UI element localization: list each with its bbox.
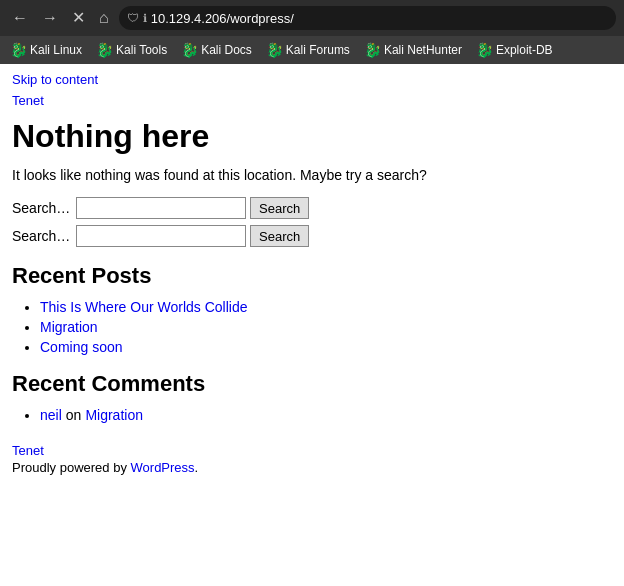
search-button-1[interactable]: Search (250, 197, 309, 219)
bookmark-kali-linux-label: Kali Linux (30, 43, 82, 57)
bookmark-kali-forums-label: Kali Forums (286, 43, 350, 57)
bookmark-exploit-db-label: Exploit-DB (496, 43, 553, 57)
footer-dot: . (195, 460, 199, 475)
bookmark-kali-nethunter-label: Kali NetHunter (384, 43, 462, 57)
url-text: 10.129.4.206/wordpress/ (151, 11, 608, 26)
comment-on-text: on (66, 407, 82, 423)
exploit-db-icon: 🐉 (476, 42, 493, 58)
back-button[interactable]: ← (8, 8, 32, 28)
comment-item-0: neil on Migration (40, 407, 612, 423)
bookmark-kali-tools-label: Kali Tools (116, 43, 167, 57)
bookmark-kali-docs-label: Kali Docs (201, 43, 252, 57)
list-item: Migration (40, 319, 612, 335)
kali-nethunter-icon: 🐉 (364, 42, 381, 58)
info-icon: ℹ (143, 12, 147, 25)
forward-button[interactable]: → (38, 8, 62, 28)
list-item: neil on Migration (40, 407, 612, 423)
home-button[interactable]: ⌂ (95, 8, 113, 28)
search-row-2: Search… Search (12, 225, 612, 247)
site-title-link[interactable]: Tenet (12, 93, 612, 108)
comment-author-link[interactable]: neil (40, 407, 62, 423)
post-link-0[interactable]: This Is Where Our Worlds Collide (40, 299, 247, 315)
search-label-2: Search… (12, 228, 72, 244)
list-item: Coming soon (40, 339, 612, 355)
browser-toolbar: ← → ✕ ⌂ 🛡 ℹ 10.129.4.206/wordpress/ (0, 0, 624, 36)
kali-forums-icon: 🐉 (266, 42, 283, 58)
recent-posts-heading: Recent Posts (12, 263, 612, 289)
bookmark-kali-forums[interactable]: 🐉 Kali Forums (260, 40, 356, 60)
description-text: It looks like nothing was found at this … (12, 167, 612, 183)
footer-site-title-link[interactable]: Tenet (12, 443, 612, 458)
kali-tools-icon: 🐉 (96, 42, 113, 58)
footer-powered-text: Proudly powered by WordPress. (12, 460, 612, 475)
wordpress-link[interactable]: WordPress (131, 460, 195, 475)
recent-comments-list: neil on Migration (12, 407, 612, 423)
search-row-1: Search… Search (12, 197, 612, 219)
recent-comments-heading: Recent Comments (12, 371, 612, 397)
bookmark-kali-tools[interactable]: 🐉 Kali Tools (90, 40, 173, 60)
skip-to-content-link[interactable]: Skip to content (12, 72, 612, 87)
shield-icon: 🛡 (127, 11, 139, 25)
search-input-1[interactable] (76, 197, 246, 219)
footer-powered-by-label: Proudly powered by (12, 460, 127, 475)
kali-linux-icon: 🐉 (10, 42, 27, 58)
bookmark-exploit-db[interactable]: 🐉 Exploit-DB (470, 40, 559, 60)
page-content: Skip to content Tenet Nothing here It lo… (0, 64, 624, 491)
bookmark-kali-docs[interactable]: 🐉 Kali Docs (175, 40, 258, 60)
bookmarks-bar: 🐉 Kali Linux 🐉 Kali Tools 🐉 Kali Docs 🐉 … (0, 36, 624, 64)
list-item: This Is Where Our Worlds Collide (40, 299, 612, 315)
bookmark-kali-nethunter[interactable]: 🐉 Kali NetHunter (358, 40, 468, 60)
close-button[interactable]: ✕ (68, 8, 89, 28)
post-link-1[interactable]: Migration (40, 319, 98, 335)
comment-post-link[interactable]: Migration (85, 407, 143, 423)
kali-docs-icon: 🐉 (181, 42, 198, 58)
address-bar[interactable]: 🛡 ℹ 10.129.4.206/wordpress/ (119, 6, 616, 30)
post-link-2[interactable]: Coming soon (40, 339, 123, 355)
search-label-1: Search… (12, 200, 72, 216)
search-button-2[interactable]: Search (250, 225, 309, 247)
recent-posts-list: This Is Where Our Worlds Collide Migrati… (12, 299, 612, 355)
bookmark-kali-linux[interactable]: 🐉 Kali Linux (4, 40, 88, 60)
search-input-2[interactable] (76, 225, 246, 247)
page-heading: Nothing here (12, 118, 612, 155)
